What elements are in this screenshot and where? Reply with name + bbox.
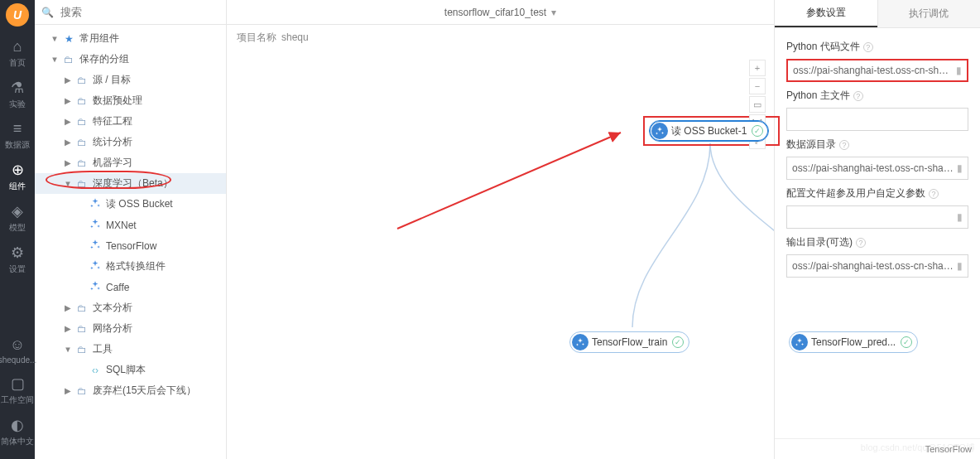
nav-models[interactable]: ◈模型	[9, 197, 26, 239]
folder-icon: 🗀	[74, 116, 89, 128]
config-label: 配置文件超参及用户自定义参数?	[786, 186, 968, 201]
caret-down-icon: ▾	[551, 7, 556, 18]
tree-item-label: TensorFlow	[106, 240, 156, 252]
tree-item-tensorflow[interactable]: TensorFlow	[35, 235, 226, 256]
folder-picker-icon[interactable]: ▮	[957, 260, 963, 272]
chevron-icon: ▶	[63, 158, 74, 167]
nav-components[interactable]: ⊕组件	[9, 156, 26, 197]
tree-item-format-convert[interactable]: 格式转换组件	[35, 256, 226, 277]
help-icon[interactable]: ?	[839, 140, 849, 150]
tree-item-sql-script[interactable]: ‹›SQL脚本	[35, 360, 226, 380]
prop-tabs: 参数设置 执行调优	[775, 0, 980, 28]
help-icon[interactable]: ?	[863, 42, 873, 52]
folder-picker-icon[interactable]: ▮	[957, 211, 963, 223]
node-read-oss-bucket-1[interactable]: 读 OSS Bucket-1✓	[649, 120, 769, 142]
tree-item-stats[interactable]: ▶🗀统计分析	[35, 132, 226, 152]
tree-item-label: 源 / 目标	[93, 73, 131, 87]
chevron-icon: ▶	[63, 75, 74, 85]
tree-item-deep-learning[interactable]: ▼🗀深度学习（Beta）	[35, 173, 226, 194]
sparkle-icon	[88, 259, 103, 273]
tree-item-label: MXNet	[106, 220, 137, 231]
nav-experiment-label: 实验	[9, 99, 26, 110]
zoom-out-button[interactable]: −	[749, 78, 766, 94]
tree-item-caffe[interactable]: Caffe	[35, 277, 226, 297]
search-input[interactable]	[60, 6, 219, 18]
data-dir-input[interactable]	[792, 162, 954, 174]
component-tree: ▼★常用组件▼🗀保存的分组▶🗀源 / 目标▶🗀数据预处理▶🗀特征工程▶🗀统计分析…	[35, 25, 226, 459]
chevron-icon: ▼	[50, 55, 60, 64]
folder-icon: 🗀	[74, 385, 89, 397]
help-icon[interactable]: ?	[856, 238, 866, 248]
tree-item-label: 深度学习（Beta）	[93, 176, 173, 191]
tree-item-data-prep[interactable]: ▶🗀数据预处理	[35, 90, 226, 111]
python-code-field-wrap: ▮	[786, 59, 968, 82]
code-icon: ‹›	[88, 365, 103, 376]
python-main-input[interactable]	[792, 114, 963, 125]
tree-item-label: Caffe	[106, 282, 129, 293]
sparkle-icon	[651, 123, 668, 139]
user-icon: ☺	[10, 336, 25, 354]
python-code-input[interactable]	[793, 65, 953, 76]
sparkle-icon	[88, 197, 103, 211]
config-field-wrap: ▮	[786, 205, 968, 229]
status-ok-icon: ✓	[901, 336, 912, 348]
lang-icon: ◐	[11, 416, 24, 434]
tree-item-label: 常用组件	[79, 31, 119, 46]
flask-icon: ⚗	[11, 79, 24, 97]
chevron-icon: ▶	[63, 138, 74, 147]
tree-item-tools[interactable]: ▼🗀工具	[35, 339, 226, 360]
tree-item-mxnet[interactable]: MXNet	[35, 215, 226, 235]
tab-exec-tuning[interactable]: 执行调优	[877, 0, 981, 27]
config-input[interactable]	[792, 211, 954, 223]
tree-item-deprecated[interactable]: ▶🗀废弃栏(15天后会下线）	[35, 380, 226, 401]
nav-experiment[interactable]: ⚗实验	[9, 74, 26, 115]
help-icon[interactable]: ?	[929, 189, 939, 199]
chevron-icon: ▶	[63, 324, 74, 333]
tab-param-settings[interactable]: 参数设置	[775, 0, 877, 27]
node-tensorflow-train[interactable]: TensorFlow_train✓	[569, 331, 689, 353]
nav-settings-label: 设置	[9, 263, 26, 275]
node-label: TensorFlow_pred...	[811, 336, 896, 348]
nav-settings[interactable]: ⚙设置	[9, 239, 26, 280]
output-input[interactable]	[792, 260, 954, 272]
project-label: 项目名称	[237, 31, 276, 45]
nav-user[interactable]: ☺shequde...	[0, 331, 36, 370]
tree-item-saved-groups[interactable]: ▼🗀保存的分组	[35, 49, 226, 70]
help-icon[interactable]: ?	[853, 91, 863, 101]
canvas-title-bar[interactable]: tensorflow_cifar10_test ▾	[227, 0, 774, 25]
folder-icon: 🗀	[74, 137, 89, 148]
canvas-panel: tensorflow_cifar10_test ▾ 项目名称 shequ + −…	[227, 0, 775, 459]
python-main-field-wrap	[786, 108, 968, 131]
search-icon[interactable]: 🔍	[41, 7, 54, 18]
tree-item-text-analysis[interactable]: ▶🗀文本分析	[35, 297, 226, 318]
folder-icon: 🗀	[74, 95, 89, 107]
tree-item-label: SQL脚本	[106, 363, 146, 377]
chevron-icon: ▶	[63, 303, 74, 312]
folder-icon: 🗀	[61, 54, 76, 65]
canvas-edges	[227, 50, 774, 459]
nav-models-label: 模型	[9, 222, 26, 234]
nav-language[interactable]: ◐简体中文	[1, 411, 34, 452]
nav-home[interactable]: ⌂首页	[9, 33, 26, 74]
nav-workspace-label: 工作空间	[1, 394, 34, 406]
node-tensorflow-pred[interactable]: TensorFlow_pred...✓	[789, 331, 918, 353]
nav-workspace[interactable]: ▢工作空间	[1, 370, 34, 411]
nav-user-label: shequde...	[0, 355, 36, 365]
zoom-in-button[interactable]: +	[749, 60, 766, 76]
logo-icon: U	[6, 3, 29, 27]
tree-item-feature-eng[interactable]: ▶🗀特征工程	[35, 111, 226, 132]
tree-item-read-oss-bucket[interactable]: 读 OSS Bucket	[35, 194, 226, 215]
tree-item-favorites[interactable]: ▼★常用组件	[35, 28, 226, 49]
properties-panel: 参数设置 执行调优 Python 代码文件? ▮ Python 主文件? 数据源…	[775, 0, 980, 459]
folder-picker-icon[interactable]: ▮	[957, 162, 963, 174]
sparkle-icon	[791, 334, 808, 350]
folder-picker-icon[interactable]: ▮	[956, 65, 962, 76]
tree-item-ml[interactable]: ▶🗀机器学习	[35, 152, 226, 173]
workflow-canvas[interactable]: + − ▭ 1:1 ⤢ 读 OSS Bucket-1✓TensorFlow_tr…	[227, 50, 774, 459]
tree-item-network-analysis[interactable]: ▶🗀网络分析	[35, 318, 226, 339]
project-row: 项目名称 shequ	[227, 25, 774, 50]
fit-button[interactable]: ▭	[749, 96, 766, 113]
nav-datasource[interactable]: ≡数据源	[5, 115, 30, 156]
tree-item-source-target[interactable]: ▶🗀源 / 目标	[35, 70, 226, 90]
db-icon: ≡	[13, 120, 22, 138]
